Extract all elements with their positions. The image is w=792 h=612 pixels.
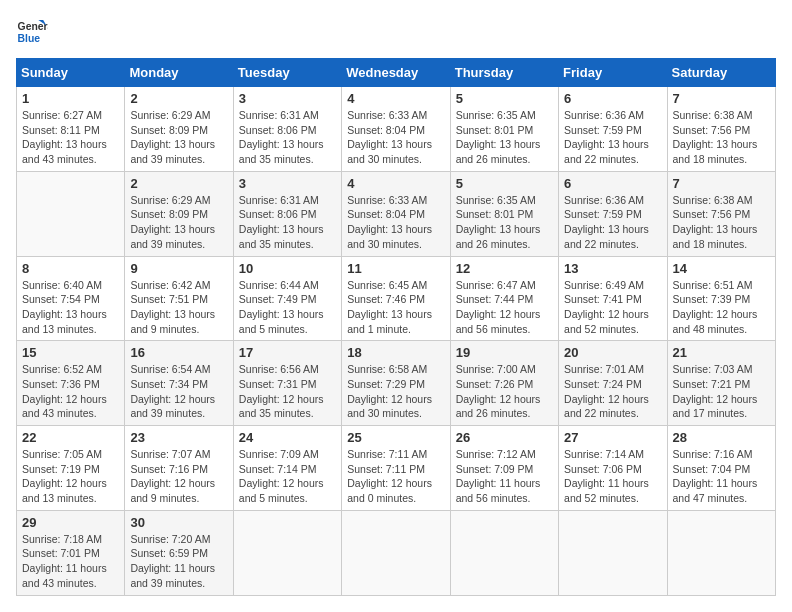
logo-icon: General Blue — [16, 16, 48, 48]
day-number: 1 — [22, 91, 119, 106]
day-info: Sunrise: 7:01 AMSunset: 7:24 PMDaylight:… — [564, 362, 661, 421]
day-number: 20 — [564, 345, 661, 360]
table-row: 4Sunrise: 6:33 AMSunset: 8:04 PMDaylight… — [342, 87, 450, 172]
svg-text:Blue: Blue — [18, 33, 41, 44]
table-row: 21Sunrise: 7:03 AMSunset: 7:21 PMDayligh… — [667, 341, 775, 426]
table-row: 25Sunrise: 7:11 AMSunset: 7:11 PMDayligh… — [342, 426, 450, 511]
table-row: 27Sunrise: 7:14 AMSunset: 7:06 PMDayligh… — [559, 426, 667, 511]
table-row: 6Sunrise: 6:36 AMSunset: 7:59 PMDaylight… — [559, 87, 667, 172]
table-row: 4Sunrise: 6:33 AMSunset: 8:04 PMDaylight… — [342, 171, 450, 256]
table-row — [667, 510, 775, 595]
day-info: Sunrise: 6:36 AMSunset: 7:59 PMDaylight:… — [564, 193, 661, 252]
table-row: 12Sunrise: 6:47 AMSunset: 7:44 PMDayligh… — [450, 256, 558, 341]
table-row: 2Sunrise: 6:29 AMSunset: 8:09 PMDaylight… — [125, 171, 233, 256]
day-info: Sunrise: 6:47 AMSunset: 7:44 PMDaylight:… — [456, 278, 553, 337]
table-row: 5Sunrise: 6:35 AMSunset: 8:01 PMDaylight… — [450, 171, 558, 256]
table-row — [17, 171, 125, 256]
table-row: 18Sunrise: 6:58 AMSunset: 7:29 PMDayligh… — [342, 341, 450, 426]
col-saturday: Saturday — [667, 59, 775, 87]
day-info: Sunrise: 6:36 AMSunset: 7:59 PMDaylight:… — [564, 108, 661, 167]
table-row — [342, 510, 450, 595]
day-number: 5 — [456, 91, 553, 106]
day-info: Sunrise: 7:09 AMSunset: 7:14 PMDaylight:… — [239, 447, 336, 506]
day-number: 21 — [673, 345, 770, 360]
day-info: Sunrise: 6:29 AMSunset: 8:09 PMDaylight:… — [130, 108, 227, 167]
day-info: Sunrise: 6:58 AMSunset: 7:29 PMDaylight:… — [347, 362, 444, 421]
day-number: 30 — [130, 515, 227, 530]
table-row: 22Sunrise: 7:05 AMSunset: 7:19 PMDayligh… — [17, 426, 125, 511]
day-info: Sunrise: 6:40 AMSunset: 7:54 PMDaylight:… — [22, 278, 119, 337]
table-row: 1Sunrise: 6:27 AMSunset: 8:11 PMDaylight… — [17, 87, 125, 172]
day-info: Sunrise: 6:38 AMSunset: 7:56 PMDaylight:… — [673, 193, 770, 252]
day-number: 13 — [564, 261, 661, 276]
col-sunday: Sunday — [17, 59, 125, 87]
day-number: 12 — [456, 261, 553, 276]
table-row: 9Sunrise: 6:42 AMSunset: 7:51 PMDaylight… — [125, 256, 233, 341]
table-row — [450, 510, 558, 595]
table-row: 16Sunrise: 6:54 AMSunset: 7:34 PMDayligh… — [125, 341, 233, 426]
logo: General Blue — [16, 16, 48, 48]
day-number: 3 — [239, 91, 336, 106]
day-number: 9 — [130, 261, 227, 276]
day-number: 6 — [564, 176, 661, 191]
table-row: 24Sunrise: 7:09 AMSunset: 7:14 PMDayligh… — [233, 426, 341, 511]
table-row: 13Sunrise: 6:49 AMSunset: 7:41 PMDayligh… — [559, 256, 667, 341]
table-row: 15Sunrise: 6:52 AMSunset: 7:36 PMDayligh… — [17, 341, 125, 426]
table-row: 28Sunrise: 7:16 AMSunset: 7:04 PMDayligh… — [667, 426, 775, 511]
day-number: 18 — [347, 345, 444, 360]
day-info: Sunrise: 6:33 AMSunset: 8:04 PMDaylight:… — [347, 193, 444, 252]
table-row: 19Sunrise: 7:00 AMSunset: 7:26 PMDayligh… — [450, 341, 558, 426]
day-info: Sunrise: 6:35 AMSunset: 8:01 PMDaylight:… — [456, 108, 553, 167]
calendar-table: Sunday Monday Tuesday Wednesday Thursday… — [16, 58, 776, 596]
day-number: 2 — [130, 176, 227, 191]
table-row: 20Sunrise: 7:01 AMSunset: 7:24 PMDayligh… — [559, 341, 667, 426]
table-row: 10Sunrise: 6:44 AMSunset: 7:49 PMDayligh… — [233, 256, 341, 341]
day-info: Sunrise: 7:05 AMSunset: 7:19 PMDaylight:… — [22, 447, 119, 506]
day-number: 14 — [673, 261, 770, 276]
table-row: 2Sunrise: 6:29 AMSunset: 8:09 PMDaylight… — [125, 87, 233, 172]
table-row: 7Sunrise: 6:38 AMSunset: 7:56 PMDaylight… — [667, 87, 775, 172]
day-info: Sunrise: 7:07 AMSunset: 7:16 PMDaylight:… — [130, 447, 227, 506]
day-number: 27 — [564, 430, 661, 445]
day-number: 7 — [673, 176, 770, 191]
col-thursday: Thursday — [450, 59, 558, 87]
calendar-week-row: 22Sunrise: 7:05 AMSunset: 7:19 PMDayligh… — [17, 426, 776, 511]
calendar-week-row: 15Sunrise: 6:52 AMSunset: 7:36 PMDayligh… — [17, 341, 776, 426]
day-info: Sunrise: 6:29 AMSunset: 8:09 PMDaylight:… — [130, 193, 227, 252]
table-row: 7Sunrise: 6:38 AMSunset: 7:56 PMDaylight… — [667, 171, 775, 256]
day-number: 3 — [239, 176, 336, 191]
day-number: 26 — [456, 430, 553, 445]
table-row: 23Sunrise: 7:07 AMSunset: 7:16 PMDayligh… — [125, 426, 233, 511]
day-info: Sunrise: 6:52 AMSunset: 7:36 PMDaylight:… — [22, 362, 119, 421]
calendar-week-row: 29Sunrise: 7:18 AMSunset: 7:01 PMDayligh… — [17, 510, 776, 595]
day-number: 7 — [673, 91, 770, 106]
calendar-week-row: 1Sunrise: 6:27 AMSunset: 8:11 PMDaylight… — [17, 87, 776, 172]
page-header: General Blue — [16, 16, 776, 48]
day-info: Sunrise: 6:49 AMSunset: 7:41 PMDaylight:… — [564, 278, 661, 337]
table-row: 26Sunrise: 7:12 AMSunset: 7:09 PMDayligh… — [450, 426, 558, 511]
col-monday: Monday — [125, 59, 233, 87]
day-info: Sunrise: 7:00 AMSunset: 7:26 PMDaylight:… — [456, 362, 553, 421]
day-number: 4 — [347, 176, 444, 191]
day-number: 23 — [130, 430, 227, 445]
day-info: Sunrise: 6:51 AMSunset: 7:39 PMDaylight:… — [673, 278, 770, 337]
day-number: 2 — [130, 91, 227, 106]
day-info: Sunrise: 6:54 AMSunset: 7:34 PMDaylight:… — [130, 362, 227, 421]
day-number: 11 — [347, 261, 444, 276]
day-info: Sunrise: 7:12 AMSunset: 7:09 PMDaylight:… — [456, 447, 553, 506]
day-info: Sunrise: 7:20 AMSunset: 6:59 PMDaylight:… — [130, 532, 227, 591]
day-number: 25 — [347, 430, 444, 445]
day-info: Sunrise: 6:27 AMSunset: 8:11 PMDaylight:… — [22, 108, 119, 167]
table-row: 17Sunrise: 6:56 AMSunset: 7:31 PMDayligh… — [233, 341, 341, 426]
day-info: Sunrise: 7:14 AMSunset: 7:06 PMDaylight:… — [564, 447, 661, 506]
table-row: 11Sunrise: 6:45 AMSunset: 7:46 PMDayligh… — [342, 256, 450, 341]
day-info: Sunrise: 6:42 AMSunset: 7:51 PMDaylight:… — [130, 278, 227, 337]
col-tuesday: Tuesday — [233, 59, 341, 87]
calendar-week-row: 8Sunrise: 6:40 AMSunset: 7:54 PMDaylight… — [17, 256, 776, 341]
table-row: 5Sunrise: 6:35 AMSunset: 8:01 PMDaylight… — [450, 87, 558, 172]
day-number: 6 — [564, 91, 661, 106]
day-number: 10 — [239, 261, 336, 276]
day-info: Sunrise: 6:56 AMSunset: 7:31 PMDaylight:… — [239, 362, 336, 421]
day-number: 19 — [456, 345, 553, 360]
calendar-week-row: 2Sunrise: 6:29 AMSunset: 8:09 PMDaylight… — [17, 171, 776, 256]
